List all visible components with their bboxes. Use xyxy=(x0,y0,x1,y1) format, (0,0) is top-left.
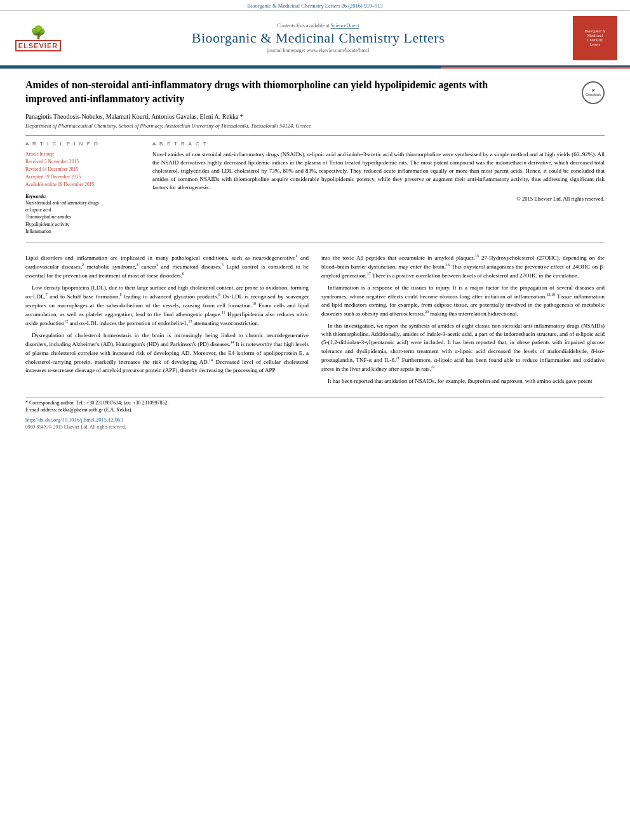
issn-line: 0960-894X/© 2015 Elsevier Ltd. All right… xyxy=(25,424,605,430)
section-divider-1 xyxy=(25,135,605,136)
keyword-3: Thiomorpholine amides xyxy=(25,213,140,220)
authors-line: Panagiotis Theodosis-Nobelos, Malamati K… xyxy=(25,113,605,120)
history-label: Article history: xyxy=(25,150,140,158)
body-r-p2: Inflammation is a response of the tissue… xyxy=(321,284,605,318)
sup-6: 6 xyxy=(182,272,184,276)
sup-1: 1 xyxy=(295,254,297,258)
crossmark-badge: ✕ CrossMark xyxy=(582,81,605,104)
keywords-list: Non steroidal anti-inflammatory drugs α-… xyxy=(25,199,140,235)
authors-text: Panagiotis Theodosis-Nobelos, Malamati K… xyxy=(25,113,243,120)
body-col-left: Lipid disorders and inflammation are imp… xyxy=(25,253,309,389)
keywords-label: Keywords: xyxy=(25,194,140,199)
article-info-label: A R T I C L E I N F O xyxy=(25,141,140,147)
doi-link[interactable]: http://dx.doi.org/10.1016/j.bmcl.2015.12… xyxy=(25,417,605,423)
top-banner: Bioorganic & Medicinal Chemistry Letters… xyxy=(0,0,630,11)
article-title: Amides of non-steroidal anti-inflammator… xyxy=(25,78,508,107)
banner-text: Bioorganic & Medicinal Chemistry Letters… xyxy=(247,3,383,9)
body-p3: Dysregulation of cholesterol homeostasis… xyxy=(25,331,309,374)
sup-7: 7 xyxy=(46,293,48,297)
journal-homepage: journal homepage: www.elsevier.com/locat… xyxy=(64,48,573,53)
sup-21: 21 xyxy=(396,356,399,360)
journal-title: Bioorganic & Medicinal Chemistry Letters xyxy=(64,30,573,46)
sup-13: 13 xyxy=(188,319,192,323)
sup-9: 9 xyxy=(218,293,220,297)
sup-20: 20 xyxy=(425,310,429,314)
elsevier-brand-text: ELSEVIER xyxy=(15,40,61,51)
sup-10: 10 xyxy=(252,302,256,305)
sciencedirect-line: Contents lists available at ScienceDirec… xyxy=(64,23,573,29)
footnote-email: E-mail address: rekka@pharm.auth.gr (E.A… xyxy=(25,407,605,413)
section-divider-2 xyxy=(25,243,605,243)
journal-cover-image: Bioorganic &MedicinalChemistryLetters xyxy=(573,16,617,60)
title-row: Amides of non-steroidal anti-inflammator… xyxy=(25,78,605,113)
body-r-p4: It has been reported that amidation of N… xyxy=(321,377,605,385)
sciencedirect-link-text[interactable]: ScienceDirect xyxy=(331,23,359,29)
article-history: Article history: Received 5 November 201… xyxy=(25,150,140,189)
sup-18: 18,19 xyxy=(546,293,555,297)
sup-12: 12 xyxy=(64,319,68,323)
abstract-column: A B S T R A C T Novel amides of non ster… xyxy=(152,141,605,235)
sup-8: 8 xyxy=(119,293,121,297)
sup-17: 17 xyxy=(367,272,371,276)
body-r-p1: into the toxic Aβ peptides that accumula… xyxy=(321,253,605,280)
body-p1: Lipid disorders and inflammation are imp… xyxy=(25,253,309,280)
available-date: Available online 19 December 2015 xyxy=(25,181,140,189)
footnote-area: * Corresponding author. Tel.: +30 231099… xyxy=(25,397,605,413)
elsevier-logo: 🌳 ELSEVIER xyxy=(13,25,64,51)
sup-14b: 14 xyxy=(209,358,213,362)
sup-14: 14 xyxy=(231,340,234,344)
sup-15: 15 xyxy=(475,254,479,258)
journal-title-area: Contents lists available at ScienceDirec… xyxy=(64,23,573,53)
keyword-5: Inflammation xyxy=(25,228,140,235)
body-r-p3: In this investigation, we report the syn… xyxy=(321,322,605,373)
accepted-date: Accepted 19 December 2015 xyxy=(25,173,140,181)
article-info-column: A R T I C L E I N F O Article history: R… xyxy=(25,141,140,235)
abstract-copyright: © 2015 Elsevier Ltd. All rights reserved… xyxy=(152,196,605,202)
affiliation-text: Department of Pharmaceutical Chemistry, … xyxy=(25,123,605,129)
body-two-col: Lipid disorders and inflammation are imp… xyxy=(25,253,605,389)
received-date: Received 5 November 2015 xyxy=(25,158,140,166)
sup-3: 3 xyxy=(137,263,138,267)
keyword-4: Hypolipidemic activity xyxy=(25,221,140,228)
tree-icon: 🌳 xyxy=(30,25,46,40)
abstract-label: A B S T R A C T xyxy=(152,141,605,147)
keyword-2: α-Lipoic acid xyxy=(25,206,140,213)
sup-22: 22 xyxy=(431,365,434,369)
sup-5: 5 xyxy=(222,263,224,267)
keyword-1: Non steroidal anti-inflammatory drugs xyxy=(25,199,140,206)
revised-date: Revised 14 December 2015 xyxy=(25,166,140,173)
footnote-corresponding: * Corresponding author. Tel.: +30 231099… xyxy=(25,400,605,406)
body-section: Lipid disorders and inflammation are imp… xyxy=(25,253,605,430)
journal-header: 🌳 ELSEVIER Contents lists available at S… xyxy=(0,11,630,67)
article-content: Amides of non-steroidal anti-inflammator… xyxy=(0,69,630,439)
body-col-right: into the toxic Aβ peptides that accumula… xyxy=(321,253,605,389)
abstract-text: Novel amides of non steroidal anti-infla… xyxy=(152,150,605,192)
crossmark-icon: ✕ CrossMark xyxy=(582,81,605,104)
sup-2: 2 xyxy=(82,263,84,267)
sup-16: 16 xyxy=(446,263,450,267)
sup-4: 4 xyxy=(156,263,158,267)
info-abstract-section: A R T I C L E I N F O Article history: R… xyxy=(25,141,605,235)
sup-11: 11 xyxy=(222,310,225,314)
body-p2: Low density lipoproteins (LDL), due to t… xyxy=(25,284,309,328)
